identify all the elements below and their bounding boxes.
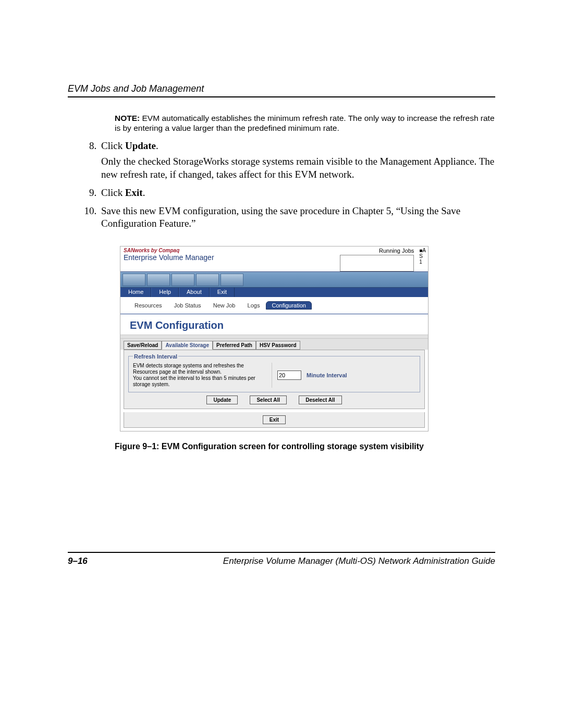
refresh-row: EVM detects storage systems and refreshe… <box>133 363 415 388</box>
step-9-text-c: . <box>143 187 145 198</box>
running-jobs-block: Running Jobs <box>340 246 417 272</box>
corner-l2: S <box>419 253 426 259</box>
divider <box>120 335 428 339</box>
exit-row: Exit <box>124 412 424 427</box>
step-list: Click Update. Only the checked StorageWo… <box>99 140 495 230</box>
exit-box: Exit <box>124 412 425 428</box>
toolbar-tabs: Resources Job Status New Job Logs Config… <box>120 297 428 314</box>
interval-label: Minute Interval <box>307 372 347 378</box>
footer-rule <box>68 552 495 553</box>
page-number: 9–16 <box>68 556 88 566</box>
footer: 9–16 Enterprise Volume Manager (Multi-OS… <box>68 552 495 566</box>
menu-filler <box>235 288 428 297</box>
refresh-legend: Refresh Interval <box>133 353 178 360</box>
corner-symbols: ■A S 1 <box>417 246 428 265</box>
refresh-description: EVM detects storage systems and refreshe… <box>133 363 272 388</box>
interval-input[interactable] <box>277 371 301 380</box>
image-strip <box>120 272 428 288</box>
subtab-available-storage[interactable]: Available Storage <box>162 341 213 350</box>
step-8-text-a: Click <box>101 140 125 151</box>
subtab-save-reload[interactable]: Save/Reload <box>124 341 162 350</box>
corner-l1: ■A <box>419 248 426 253</box>
step-8-text-c: . <box>156 140 158 151</box>
footer-row: 9–16 Enterprise Volume Manager (Multi-OS… <box>68 556 495 566</box>
refresh-interval-fieldset: Refresh Interval EVM detects storage sys… <box>128 353 420 392</box>
page: EVM Jobs and Job Management NOTE: EVM au… <box>0 0 563 728</box>
step-8: Click Update. Only the checked StorageWo… <box>99 140 495 181</box>
menu-home[interactable]: Home <box>120 288 151 297</box>
step-8-sub: Only the checked StorageWorks storage sy… <box>101 155 495 181</box>
update-button[interactable]: Update <box>206 396 238 404</box>
brand-line1: SANworks by Compaq <box>124 248 214 253</box>
menu-about[interactable]: About <box>179 288 210 297</box>
tab-logs[interactable]: Logs <box>242 301 266 310</box>
menu-help[interactable]: Help <box>151 288 179 297</box>
note-text: EVM automatically establishes the minimu… <box>115 114 495 132</box>
pane-title: EVM Configuration <box>120 314 428 335</box>
step-10: Save this new EVM configuration, using t… <box>99 205 495 230</box>
shot-top-bar: SANworks by Compaq Enterprise Volume Man… <box>120 246 428 272</box>
config-subtabs: Save/ReloadAvailable StoragePreferred Pa… <box>120 339 428 350</box>
tab-resources[interactable]: Resources <box>129 301 168 310</box>
deselect-all-button[interactable]: Deselect All <box>299 396 341 404</box>
running-header: EVM Jobs and Job Management <box>68 83 495 94</box>
brand-line2: Enterprise Volume Manager <box>124 253 214 262</box>
running-jobs-label: Running Jobs <box>379 248 414 254</box>
step-9-text-a: Click <box>101 187 125 198</box>
step-8-bold: Update <box>125 140 156 151</box>
subtab-preferred-path[interactable]: Preferred Path <box>213 341 256 350</box>
header-rule <box>68 96 495 97</box>
subtab-hsv-password[interactable]: HSV Password <box>256 341 300 350</box>
button-row: Update Select All Deselect All <box>128 392 420 404</box>
embedded-screenshot: SANworks by Compaq Enterprise Volume Man… <box>120 246 429 431</box>
config-box: Refresh Interval EVM detects storage sys… <box>124 350 425 409</box>
brand-block: SANworks by Compaq Enterprise Volume Man… <box>120 246 217 262</box>
note-block: NOTE: EVM automatically establishes the … <box>115 113 495 133</box>
tab-new-job[interactable]: New Job <box>207 301 241 310</box>
exit-button[interactable]: Exit <box>263 415 286 424</box>
running-jobs-box <box>340 255 414 272</box>
tab-configuration[interactable]: Configuration <box>266 301 311 310</box>
figure-caption: Figure 9–1: EVM Configuration screen for… <box>115 442 495 451</box>
corner-l3: 1 <box>419 259 426 265</box>
select-all-button[interactable]: Select All <box>250 396 287 404</box>
footer-doc-title: Enterprise Volume Manager (Multi-OS) Net… <box>223 556 495 566</box>
tab-job-status[interactable]: Job Status <box>168 301 207 310</box>
menu-bar: Home Help About Exit <box>120 288 428 297</box>
note-label: NOTE: <box>115 114 140 122</box>
step-9: Click Exit. <box>99 187 495 200</box>
menu-exit[interactable]: Exit <box>210 288 235 297</box>
step-9-bold: Exit <box>125 187 143 198</box>
